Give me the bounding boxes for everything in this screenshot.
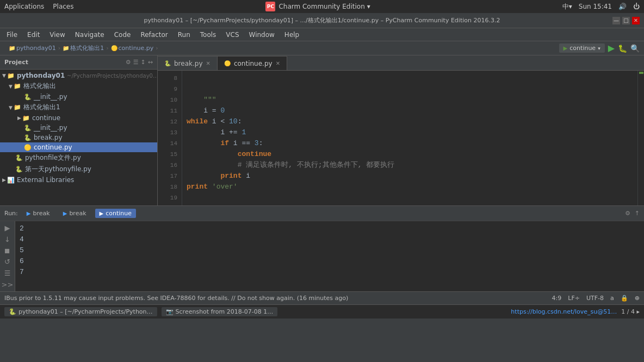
menu-refactor[interactable]: Refactor <box>136 30 172 40</box>
ln-12: 12 <box>158 116 177 127</box>
breadcrumb-project[interactable]: pythonday01 <box>16 45 56 52</box>
notification-icon[interactable]: ⊕ <box>635 295 640 302</box>
code-line-12: while i < 10: <box>187 116 633 127</box>
run-settings-icon[interactable]: ⚙ <box>625 210 630 217</box>
ln-8: 8 <box>158 73 177 84</box>
run-output-close-btn[interactable]: ☰ <box>2 269 13 278</box>
output-line-4: 6 <box>20 256 640 267</box>
status-message[interactable]: IBus prior to 1.5.11 may cause input pro… <box>4 295 348 302</box>
tab-break-close[interactable]: ✕ <box>206 60 210 66</box>
menu-view[interactable]: View <box>45 30 69 40</box>
collapse-folder2-icon: ▼ <box>9 105 13 110</box>
tab-break[interactable]: 🐍 break.py ✕ <box>158 56 218 70</box>
code-indent-13 <box>187 127 220 138</box>
output-line-3: 5 <box>20 245 640 256</box>
tree-file-first[interactable]: 🐍 第一天pythonyfile.py <box>0 164 157 175</box>
tree-file-continue[interactable]: 🟡 continue.py <box>0 142 157 152</box>
run-output-pin-btn[interactable]: >> <box>2 280 13 289</box>
code-content[interactable]: """ i = 0 while i < 10: i += 1 if i == 3… <box>182 71 637 205</box>
code-area[interactable]: 8 9 ▸ 10 11 12 13 ▸ 14 15 <box>158 71 644 205</box>
line-ending[interactable]: LF÷ <box>568 295 580 302</box>
app-dropdown[interactable]: ▾ <box>367 3 370 10</box>
tree-file-init1-label: __init__.py <box>34 93 67 101</box>
code-var-i: i <box>203 105 212 116</box>
run-config-selector[interactable]: ▶ continue ▾ <box>559 43 605 53</box>
tree-folder-2[interactable]: ▼ 📁 格式化输出1 <box>0 102 157 113</box>
tree-folder-1[interactable]: ▼ 📁 格式化输出 <box>0 80 157 92</box>
run-tab-break-2[interactable]: ▶ break <box>59 209 91 218</box>
layout-icon[interactable]: ☰ <box>133 59 139 66</box>
breadcrumb-file[interactable]: continue.py <box>119 45 154 52</box>
run-output-play-btn[interactable]: ▶ <box>2 223 13 233</box>
encoding[interactable]: UTF-8 <box>586 295 604 302</box>
code-kw-if: if <box>220 138 229 149</box>
taskbar-pagination[interactable]: 1 / 4 ▸ <box>621 308 640 315</box>
taskbar-pycharm[interactable]: 🐍 pythonday01 – [~/PycharmProjects/Pytho… <box>4 307 157 316</box>
menu-window[interactable]: Window <box>245 30 279 40</box>
menu-edit[interactable]: Edit <box>23 30 44 40</box>
run-tab-break-1[interactable]: ▶ break <box>22 209 54 218</box>
breadcrumb-folder[interactable]: 格式化输出1 <box>70 44 104 52</box>
places-menu[interactable]: Places <box>53 3 73 10</box>
tree-root[interactable]: ▼ 📁 pythonday01 ~/PycharmProjects/python… <box>0 71 157 80</box>
code-kw-print1: print <box>220 171 242 182</box>
sort-icon[interactable]: ↕ <box>141 59 146 66</box>
code-indent-17 <box>187 171 220 182</box>
code-line-13: i += 1 <box>187 127 633 138</box>
ln-15: 15 <box>158 149 177 160</box>
menu-code[interactable]: Code <box>110 30 135 40</box>
tree-file-init1[interactable]: 🐍 __init__.py <box>0 92 157 102</box>
debug-button[interactable]: 🐛 <box>618 44 627 53</box>
code-num-10: 10 <box>229 116 238 127</box>
tree-folder-continue[interactable]: ▶ 📁 continue <box>0 113 157 123</box>
search-everywhere-button[interactable]: 🔍 <box>630 44 640 53</box>
minimize-button[interactable]: — <box>612 17 620 24</box>
tab-continue[interactable]: 🟡 continue.py ✕ <box>218 56 287 70</box>
ln-14: ▸ 14 <box>158 138 177 149</box>
run-output-rerun-btn[interactable]: ↺ <box>2 257 13 266</box>
menu-vcs[interactable]: VCS <box>221 30 243 40</box>
close-button[interactable]: ✕ <box>632 17 640 24</box>
tree-file-continue-label: continue.py <box>34 143 72 151</box>
settings-icon[interactable]: ⚙ <box>126 59 131 66</box>
tree-file-break[interactable]: 🐍 break.py <box>0 133 157 142</box>
menu-run[interactable]: Run <box>174 30 195 40</box>
code-indent-16 <box>187 160 238 171</box>
output-line-5: 7 <box>20 267 640 278</box>
menu-navigate[interactable]: Navigate <box>71 30 109 40</box>
code-line-8 <box>187 73 633 84</box>
code-line-14: if i == 3: <box>187 138 633 149</box>
network-indicator[interactable]: 中▾ <box>562 2 572 11</box>
workspace: Project ⚙ ☰ ↕ ↔ ▼ 📁 pythonday01 ~/Pychar… <box>0 55 644 304</box>
tree-file-init2[interactable]: 🐍 __init__.py <box>0 123 157 133</box>
tree-ext-libs[interactable]: ▶ 📊 External Libraries <box>0 175 157 185</box>
expand-continue-icon: ▶ <box>17 115 21 121</box>
gutter-mark-1 <box>639 72 643 74</box>
expand-icon[interactable]: ↔ <box>148 59 153 66</box>
menu-help[interactable]: Help <box>280 30 304 40</box>
breadcrumb: 📁 pythonday01 › 📁 格式化输出1 › 🟡 continue.py… <box>4 41 164 55</box>
code-str-over: 'over' <box>212 182 238 192</box>
applications-menu[interactable]: Applications <box>4 3 44 10</box>
run-output-down-btn[interactable]: ↓ <box>2 235 13 244</box>
tree-file-break-label: break.py <box>34 134 63 141</box>
breadcrumb-sep-1: › <box>58 45 60 52</box>
maximize-button[interactable]: □ <box>622 17 630 24</box>
run-tab-break1-icon: ▶ <box>27 210 31 216</box>
project-header: Project ⚙ ☰ ↕ ↔ <box>0 55 157 70</box>
taskbar-screenshot[interactable]: 📷 Screenshot from 2018-07-08 1… <box>162 307 278 316</box>
menu-tools[interactable]: Tools <box>196 30 221 40</box>
tab-continue-close[interactable]: ✕ <box>276 60 280 66</box>
run-config-icon: ▶ <box>564 45 568 51</box>
tree-file-pythonfile[interactable]: 🐍 pythonfile文件.py <box>0 152 157 164</box>
menu-file[interactable]: File <box>2 30 22 40</box>
run-pin-icon[interactable]: ↑ <box>635 210 640 217</box>
run-tab-continue[interactable]: ▶ continue <box>95 209 137 218</box>
code-i-13: i += <box>220 127 242 138</box>
power-icon[interactable]: ⏻ <box>633 3 640 10</box>
volume-icon[interactable]: 🔊 <box>618 3 627 10</box>
run-output-stop-btn[interactable]: ⏹ <box>2 246 13 255</box>
run-button[interactable]: ▶ <box>608 43 615 53</box>
output-line-2: 4 <box>20 234 640 245</box>
tab-continue-label: continue.py <box>234 60 273 67</box>
